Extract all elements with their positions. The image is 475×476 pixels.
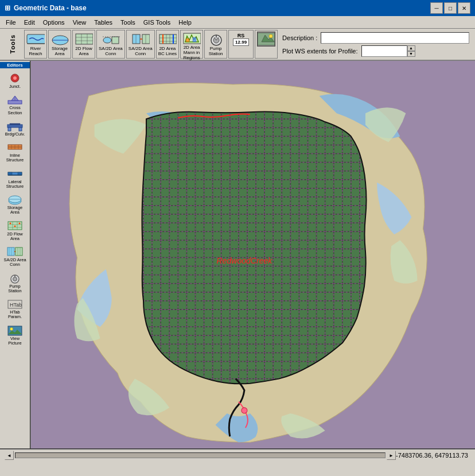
sidebar-label: Editors — [0, 62, 30, 68]
minimize-button[interactable]: ─ — [430, 2, 443, 14]
sa-2d-conn-button[interactable]: SA/2D AreaConn — [96, 30, 125, 59]
profile-spinner-wrap: ▲ ▼ — [361, 45, 415, 57]
svg-rect-15 — [142, 34, 150, 44]
title-bar-controls: ─ □ ✕ — [430, 2, 470, 14]
sidebar-item-pump-station[interactable]: PumpStation — [1, 270, 29, 296]
storage-area-button[interactable]: StorageArea — [48, 30, 71, 59]
river-reach-button[interactable]: RiverReach — [24, 30, 47, 59]
svg-rect-5 — [76, 34, 93, 44]
toolbar: Tools RiverReach StorageArea — [0, 29, 475, 61]
svg-rect-29 — [193, 37, 196, 42]
close-button[interactable]: ✕ — [458, 2, 470, 14]
profile-label: Plot WS extents for Profile: — [282, 48, 357, 55]
sa-2d-area2-icon — [131, 32, 150, 47]
2d-bc-lines-button[interactable]: 2D AreaBC Lines — [156, 30, 179, 59]
sa2d-side-label: SA/2D AreaConn — [3, 258, 26, 268]
description-input[interactable] — [321, 32, 469, 44]
profile-input[interactable] — [361, 45, 407, 57]
pump-station-button[interactable]: PumpStation — [204, 30, 227, 59]
sidebar-item-inline-structure[interactable]: InlineStructure — [1, 139, 29, 165]
scroll-track[interactable] — [15, 452, 386, 458]
profile-spinner-buttons: ▲ ▼ — [407, 45, 415, 57]
pump-station-side-label: PumpStation — [8, 284, 21, 294]
menu-file[interactable]: File — [2, 18, 20, 27]
sa-2d-conn-icon — [102, 32, 120, 47]
2d-bc-lines-label: 2D AreaBC Lines — [158, 47, 177, 57]
svg-point-87 — [242, 408, 247, 413]
svg-rect-14 — [133, 34, 140, 44]
storage-area-side-label: StorageArea — [7, 206, 22, 215]
sa-2d-area2-label: SA/2D AreaConn — [129, 47, 153, 57]
svg-rect-45 — [10, 123, 20, 125]
lateral-structure-label: LateralStructure — [6, 180, 24, 189]
title-bar-left: ⊞ Geometric Data - base — [5, 4, 87, 12]
bridge-culv-icon — [6, 119, 24, 132]
sa-2d-area2-button[interactable]: SA/2D AreaConn — [126, 30, 155, 59]
sidebar-item-2dflow-area[interactable]: 2D FlowArea — [1, 218, 29, 243]
sidebar-item-htab-param[interactable]: HTab HTabParam. — [1, 296, 29, 322]
menu-options[interactable]: Options — [40, 18, 68, 27]
app-icon: ⊞ — [5, 4, 10, 12]
menu-tools[interactable]: Tools — [117, 18, 139, 27]
2d-mann-button[interactable]: 2D AreaMann inRegions — [180, 30, 203, 59]
svg-rect-11 — [112, 37, 119, 44]
h-scroll-area: ◄ ► — [5, 451, 396, 460]
inline-struct-icon — [6, 141, 24, 153]
menu-bar: File Edit Options View Tables Tools GIS … — [0, 16, 475, 29]
profile-spin-up[interactable]: ▲ — [407, 45, 415, 51]
title-bar: ⊞ Geometric Data - base ─ □ ✕ — [0, 0, 475, 16]
2dflow-area-icon — [75, 32, 93, 47]
svg-point-10 — [103, 37, 111, 43]
status-scrollbar-area: ◄ ► — [5, 451, 396, 460]
svg-rect-39 — [8, 100, 22, 104]
view-map-button[interactable] — [255, 30, 278, 59]
svg-point-64 — [14, 225, 16, 227]
scroll-left-button[interactable]: ◄ — [5, 451, 14, 460]
sidebar-item-junct[interactable]: Junct. — [1, 70, 29, 91]
2dflow-area-label: 2D FlowArea — [75, 47, 92, 57]
scroll-right-button[interactable]: ► — [387, 451, 396, 460]
sidebar-item-view-picture[interactable]: ViewPicture — [1, 322, 29, 348]
svg-rect-86 — [141, 110, 368, 387]
2dflow-side-label: 2D FlowArea — [7, 232, 23, 242]
rs-button[interactable]: RS 12.99 — [228, 30, 254, 59]
svg-rect-44 — [19, 127, 22, 131]
svg-point-35 — [269, 34, 272, 38]
sidebar-item-storage-area[interactable]: StorageArea — [1, 191, 29, 217]
menu-view[interactable]: View — [69, 18, 90, 27]
sa-2d-conn-label: SA/2D AreaConn — [99, 47, 123, 57]
pump-station-label: PumpStation — [209, 47, 223, 57]
canvas-area[interactable]: RedwoodCreek — [31, 61, 475, 448]
view-picture-icon — [6, 324, 24, 336]
menu-tables[interactable]: Tables — [91, 18, 116, 27]
sidebar-item-brdg-culv[interactable]: Brdg/Culv. — [1, 118, 29, 138]
profile-spin-down[interactable]: ▼ — [407, 51, 415, 57]
2dflow-area-button[interactable]: 2D FlowArea — [72, 30, 95, 59]
2dflow-side-icon — [6, 219, 24, 232]
svg-rect-67 — [15, 247, 22, 256]
svg-point-63 — [10, 222, 11, 224]
maximize-button[interactable]: □ — [444, 2, 457, 14]
sidebar-item-cross-section[interactable]: CrossSection — [1, 91, 29, 117]
creek-label: RedwoodCreek — [216, 256, 272, 265]
svg-rect-43 — [8, 127, 11, 131]
menu-edit[interactable]: Edit — [21, 18, 38, 27]
river-reach-label: RiverReach — [29, 47, 42, 57]
2dflow-area-svg — [75, 32, 93, 46]
pump-station-icon — [207, 32, 225, 47]
svg-point-79 — [10, 327, 13, 330]
menu-gis-tools[interactable]: GIS Tools — [140, 18, 174, 27]
sa2d-conn-svg — [102, 32, 120, 46]
svg-point-38 — [13, 76, 17, 80]
rs-icon: RS 12.99 — [232, 32, 250, 47]
menu-help[interactable]: Help — [175, 18, 195, 27]
sidebar-item-lateral-structure[interactable]: LateralStructure — [1, 165, 29, 191]
junct-label: Junct. — [9, 84, 21, 89]
sa2d-area2-svg — [131, 32, 150, 46]
2d-mann-label: 2D AreaMann inRegions — [183, 45, 200, 60]
map-display: RedwoodCreek — [31, 61, 475, 448]
rs-value: 12.99 — [233, 38, 249, 46]
2d-bc-lines-svg — [158, 32, 177, 46]
inline-structure-label: InlineStructure — [6, 153, 24, 163]
sidebar-item-sa2d-conn[interactable]: SA/2D AreaConn — [1, 243, 29, 269]
